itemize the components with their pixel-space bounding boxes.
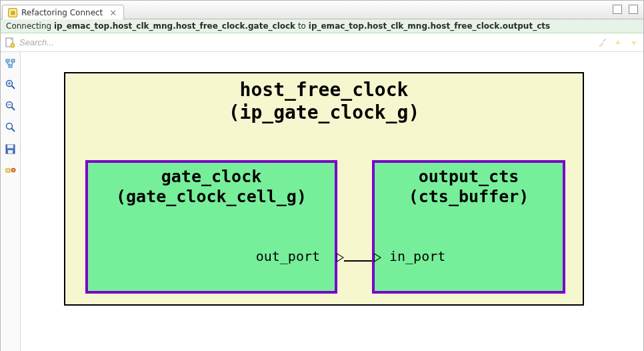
port-in-icon[interactable] — [374, 253, 381, 262]
svg-line-3 — [603, 39, 606, 41]
svg-rect-19 — [6, 169, 10, 172]
close-icon[interactable]: ✕ — [109, 9, 117, 17]
info-from-path: ip_emac_top.host_clk_mng.host_free_clock… — [54, 21, 295, 31]
svg-point-2 — [11, 43, 15, 47]
svg-line-8 — [11, 86, 15, 89]
block-host-free-clock[interactable]: host_free_clock (ip_gate_clock_g) gate_c… — [64, 72, 584, 306]
tab-bar: ⊞ Refactoring Connect ✕ — [1, 1, 643, 19]
broom-icon[interactable] — [597, 37, 607, 48]
new-page-icon[interactable] — [5, 37, 15, 48]
svg-rect-5 — [11, 59, 15, 62]
left-name: gate_clock — [161, 167, 262, 186]
arrow-up-icon[interactable] — [613, 37, 623, 48]
info-to-path: ip_emac_top.host_clk_mng.host_free_clock… — [309, 21, 550, 31]
window-controls — [613, 5, 638, 14]
outer-name: host_free_clock — [240, 79, 409, 101]
block-gate-clock[interactable]: gate_clock (gate_clock_cell_g) out_port — [85, 160, 337, 294]
zoom-out-icon[interactable] — [5, 100, 17, 112]
svg-rect-17 — [7, 145, 13, 148]
svg-point-14 — [6, 123, 12, 129]
refactor-icon: ⊞ — [8, 8, 17, 17]
search-input[interactable] — [19, 37, 593, 47]
status-info-bar: Connecting ip_emac_top.host_clk_mng.host… — [1, 19, 643, 33]
search-toolbar — [1, 33, 643, 52]
svg-rect-18 — [8, 150, 13, 153]
editor-body: ! host_free_clock (ip_gate_clock_g) gate… — [1, 52, 643, 351]
svg-rect-6 — [9, 65, 12, 67]
tab-refactoring-connect[interactable]: ⊞ Refactoring Connect ✕ — [2, 5, 124, 19]
arrow-down-icon[interactable] — [629, 37, 639, 48]
minimize-button[interactable] — [613, 5, 622, 14]
block-output-cts[interactable]: output_cts (cts_buffer) in_port — [372, 160, 565, 294]
port-in-label: in_port — [389, 248, 445, 264]
zoom-reset-icon[interactable] — [5, 121, 17, 133]
vertical-toolbar: ! — [1, 52, 21, 351]
svg-rect-4 — [6, 59, 9, 62]
breakpoint-icon[interactable]: ! — [5, 164, 17, 176]
zoom-in-icon[interactable] — [5, 79, 17, 91]
inner-title-left: gate_clock (gate_clock_cell_g) — [88, 167, 335, 207]
save-icon[interactable] — [5, 143, 17, 155]
svg-line-12 — [11, 107, 15, 111]
right-type: (cts_buffer) — [409, 187, 529, 206]
port-out-label: out_port — [256, 248, 320, 264]
info-mid: to — [295, 21, 309, 31]
tab-title: Refactoring Connect — [21, 8, 103, 17]
tree-icon[interactable] — [5, 57, 17, 69]
right-name: output_cts — [419, 167, 519, 186]
app-window: ⊞ Refactoring Connect ✕ Connecting ip_em… — [0, 0, 644, 351]
wire-connection[interactable] — [344, 260, 372, 262]
maximize-button[interactable] — [629, 5, 638, 14]
block-title: host_free_clock (ip_gate_clock_g) — [65, 79, 583, 123]
svg-line-15 — [11, 129, 15, 132]
info-prefix: Connecting — [6, 21, 54, 31]
svg-text:!: ! — [12, 168, 13, 173]
left-type: (gate_clock_cell_g) — [116, 187, 307, 206]
inner-title-right: output_cts (cts_buffer) — [375, 167, 563, 207]
port-out-icon[interactable] — [337, 253, 344, 262]
search-right-controls — [597, 37, 639, 48]
outer-type: (ip_gate_clock_g) — [229, 101, 420, 123]
schematic-canvas[interactable]: host_free_clock (ip_gate_clock_g) gate_c… — [21, 52, 643, 351]
